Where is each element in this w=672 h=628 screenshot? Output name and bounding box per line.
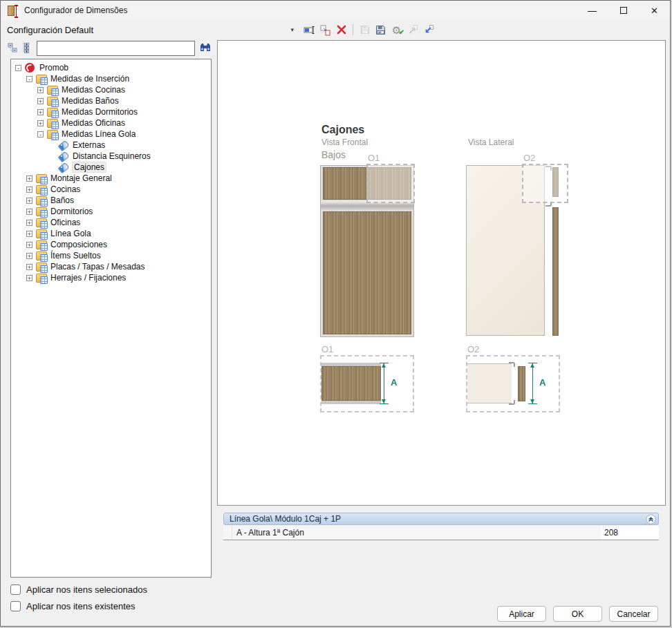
tree-item-medidas-cocinas[interactable]: Medidas Cocinas [11,84,211,95]
tree-item-items-sueltos[interactable]: Ítems Sueltos [11,250,211,261]
side-front-strip [552,207,559,336]
tree-item-herrajes-fijaciones[interactable]: Herrajes / Fijaciones [11,272,211,283]
diagram-panel: Cajones Vista Frontal Vista Lateral Bajo… [217,40,666,506]
ok-button[interactable]: OK [553,606,602,622]
tree-item-medidas-insercion[interactable]: Medidas de Inserción [11,73,211,84]
tree-item-promob[interactable]: Promob [11,62,211,73]
maximize-button[interactable] [608,1,639,20]
tree-item-distancia-esquineros[interactable]: Distancia Esquineros [11,151,211,162]
tree-item-banos[interactable]: Baños [11,195,211,206]
search-button[interactable] [199,42,212,55]
tree-item-linea-gola[interactable]: Línea Gola [11,228,211,239]
callout-box-o2 [522,164,568,203]
expand-icon[interactable] [26,220,32,226]
tree-item-dormitorios[interactable]: Dormitorios [11,206,211,217]
expand-icon[interactable] [37,87,44,93]
expand-icon[interactable] [26,264,32,270]
expand-icon[interactable] [26,209,32,215]
configuration-tree: Promob Medidas de Inserción Medidas Coci… [10,59,212,578]
expand-icon[interactable] [26,242,32,248]
window-title: Configurador de Dimensões [24,6,127,15]
folder-icon [36,207,47,216]
folder-icon [36,74,47,84]
expand-icon[interactable] [26,198,32,204]
chevron-down-icon: ▾ [290,26,294,33]
close-button[interactable]: ✕ [639,1,670,20]
toolbar: Configuración Default ▾ ⚙ [1,20,670,39]
minimize-button[interactable]: — [577,1,608,20]
expand-all-button[interactable] [21,42,30,53]
apply-existing-items-checkbox[interactable]: Aplicar nos itens existentes [10,601,136,611]
property-row-gutter [223,526,232,540]
folder-icon [47,107,58,117]
diagram-group-label: Bajos [321,149,346,160]
copy-configuration-button[interactable] [319,24,331,36]
checkbox-box[interactable] [10,584,21,595]
gola-profile-hook [509,400,515,405]
folder-icon [47,96,58,106]
callout-o1-label: O1 [368,153,380,163]
dimension-letter-a: A [391,377,397,388]
tree-item-medidas-dormitorios[interactable]: Medidas Dormitorios [11,106,211,117]
checkbox-label: Aplicar nos itens existentes [26,601,136,611]
expand-icon[interactable] [37,120,44,126]
tree-item-montaje-general[interactable]: Montaje General [11,173,211,184]
tree-item-placas-tapas-mesadas[interactable]: Placas / Tapas / Mesadas [11,261,211,272]
expand-icon[interactable] [26,175,32,182]
tree-item-medidas-linea-gola[interactable]: Medidas Línea Gola [11,129,211,140]
configuration-select-value: Configuración Default [7,25,93,35]
tree-item-externas[interactable]: Externas [11,140,211,151]
side-panel-detail [467,363,512,403]
property-value-input[interactable] [601,526,659,540]
delete-icon [336,24,347,35]
binoculars-icon [199,42,212,53]
collapse-icon[interactable] [26,76,32,82]
collapse-all-button[interactable] [8,42,17,53]
tree-item-medidas-banos[interactable]: Medidas Baños [11,95,211,106]
apply-configuration-button[interactable]: ⚙ [391,24,402,36]
checkbox-box[interactable] [10,601,21,611]
folder-icon [36,229,47,238]
drawer-rail-bottom [321,401,381,404]
diagram-title: Cajones [321,124,364,136]
rename-configuration-button[interactable] [304,24,315,36]
apply-selected-items-checkbox[interactable]: Aplicar nos itens selecionados [10,584,147,595]
tree-item-cajones[interactable]: Cajones [11,162,211,173]
expand-icon[interactable] [26,275,32,281]
dimension-configurator-window: Configurador de Dimensões — ✕ Configurac… [0,0,671,627]
cancel-button[interactable]: Cancelar [609,606,658,622]
expand-icon[interactable] [26,253,32,259]
tree-search-input[interactable] [37,41,195,56]
door-front [323,211,411,334]
expand-icon[interactable] [26,231,32,237]
side-view-label: Vista Lateral [468,137,514,147]
folder-icon [36,218,47,227]
tag-icon [58,140,69,150]
delete-configuration-button[interactable] [335,24,347,36]
tag-icon [58,151,69,161]
property-group-header[interactable]: Línea Gola\ Módulo 1Caj + 1P [223,513,659,525]
expand-icon[interactable] [26,187,32,193]
configuration-select[interactable]: Configuración Default ▾ [6,23,298,37]
property-group-title: Línea Gola\ Módulo 1Caj + 1P [230,514,341,524]
tree-item-medidas-oficinas[interactable]: Medidas Oficinas [11,117,211,129]
collapse-group-button[interactable] [646,514,656,524]
toolbar-separator [353,24,353,35]
collapse-icon[interactable] [15,65,21,71]
folder-icon [36,251,47,260]
save-database-button[interactable] [375,24,386,36]
import-arrow-icon [407,24,418,35]
tree-item-cocinas[interactable]: Cocinas [11,184,211,195]
expand-icon[interactable] [37,98,44,104]
collapse-all-icon [8,42,18,53]
collapse-icon[interactable] [37,131,44,137]
apply-button[interactable]: Aplicar [497,606,546,622]
tree-item-composiciones[interactable]: Composiciones [11,239,211,250]
drawer-front-side-detail [518,366,525,401]
expand-icon[interactable] [37,109,44,115]
app-icon [7,5,19,16]
copy-icon [319,24,331,36]
tree-item-oficinas[interactable]: Oficinas [11,217,211,228]
export-button[interactable] [422,24,434,36]
title-bar: Configurador de Dimensões — ✕ [1,1,670,20]
